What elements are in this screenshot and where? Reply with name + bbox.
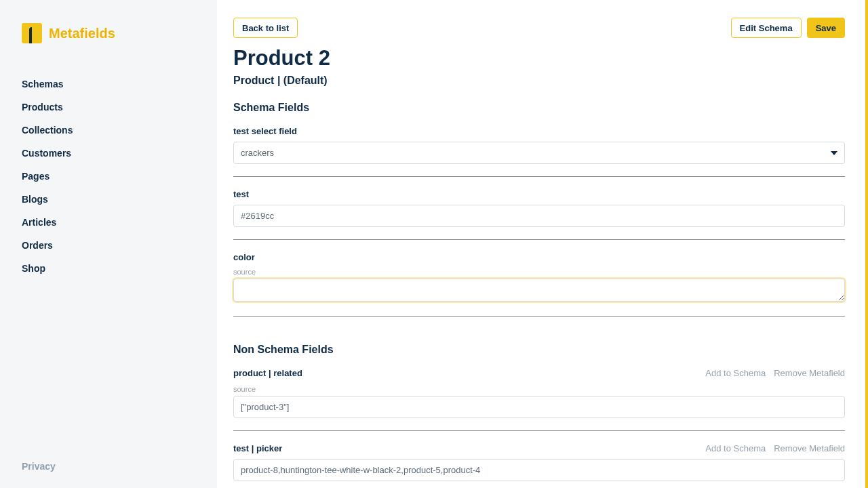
field-product-related: product | related Add to Schema Remove M… [233,368,845,418]
add-to-schema-link[interactable]: Add to Schema [705,368,766,378]
sidebar-item-collections[interactable]: Collections [22,123,195,137]
sidebar-item-schemas[interactable]: Schemas [22,77,195,91]
remove-metafield-link[interactable]: Remove Metafield [774,443,845,453]
sidebar-item-pages[interactable]: Pages [22,169,195,183]
page-title: Product 2 [233,46,845,70]
privacy-link[interactable]: Privacy [22,461,195,472]
sidebar-item-blogs[interactable]: Blogs [22,192,195,206]
field-test-picker: test | picker Add to Schema Remove Metaf… [233,443,845,481]
field-label: product | related [233,368,302,378]
field-label: color [233,252,845,262]
save-button[interactable]: Save [807,18,845,38]
divider [233,176,845,177]
test-input[interactable] [233,205,845,227]
field-sublabel: source [233,268,845,276]
logo: Metafields [22,23,195,43]
field-color: color source [233,252,845,304]
add-to-schema-link[interactable]: Add to Schema [705,443,766,453]
field-label: test | picker [233,443,282,453]
back-button[interactable]: Back to list [233,18,298,38]
remove-metafield-link[interactable]: Remove Metafield [774,368,845,378]
product-related-input[interactable] [233,396,845,418]
schema-fields-heading: Schema Fields [233,102,845,114]
color-source-input[interactable] [233,279,845,302]
sidebar-item-products[interactable]: Products [22,100,195,114]
field-test-select: test select field crackers [233,126,845,164]
divider [233,239,845,240]
page-subtitle: Product | (Default) [233,75,845,87]
top-bar: Back to list Edit Schema Save [233,18,845,38]
main-content: Back to list Edit Schema Save Product 2 … [217,0,865,488]
svg-rect-1 [32,27,37,43]
edit-schema-button[interactable]: Edit Schema [731,18,802,38]
divider [233,430,845,431]
logo-icon [22,23,42,43]
field-label: test [233,189,845,199]
sidebar-item-articles[interactable]: Articles [22,216,195,229]
nav: Schemas Products Collections Customers P… [22,77,195,275]
sidebar-item-orders[interactable]: Orders [22,239,195,252]
sidebar: Metafields Schemas Products Collections … [0,0,217,488]
divider [233,316,845,317]
non-schema-fields-heading: Non Schema Fields [233,344,845,356]
field-sublabel: source [233,385,845,393]
field-test: test [233,189,845,227]
sidebar-item-shop[interactable]: Shop [22,262,195,275]
app-name: Metafields [49,26,115,41]
field-label: test select field [233,126,845,136]
test-select-input[interactable]: crackers [233,142,845,164]
sidebar-item-customers[interactable]: Customers [22,146,195,160]
test-picker-input[interactable] [233,459,845,481]
